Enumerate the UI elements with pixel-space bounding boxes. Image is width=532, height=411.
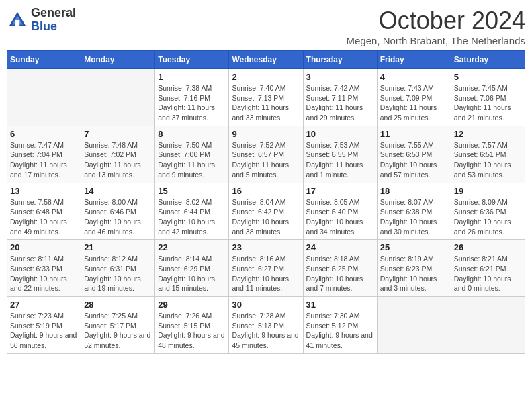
calendar-cell: 15Sunrise: 8:02 AM Sunset: 6:44 PM Dayli… <box>155 183 229 240</box>
day-detail: Sunrise: 8:05 AM Sunset: 6:40 PM Dayligh… <box>306 197 374 237</box>
day-number: 27 <box>10 300 78 310</box>
day-number: 4 <box>380 72 448 82</box>
day-number: 20 <box>10 242 78 253</box>
calendar-cell: 1Sunrise: 7:38 AM Sunset: 7:16 PM Daylig… <box>155 69 229 126</box>
calendar-cell: 29Sunrise: 7:26 AM Sunset: 5:15 PM Dayli… <box>155 297 229 354</box>
day-detail: Sunrise: 8:21 AM Sunset: 6:21 PM Dayligh… <box>454 254 522 293</box>
day-detail: Sunrise: 7:57 AM Sunset: 6:51 PM Dayligh… <box>454 140 522 180</box>
logo-icon <box>7 9 28 31</box>
day-number: 21 <box>84 242 152 253</box>
calendar-cell: 9Sunrise: 7:52 AM Sunset: 6:57 PM Daylig… <box>229 126 303 183</box>
day-detail: Sunrise: 7:58 AM Sunset: 6:48 PM Dayligh… <box>10 197 78 237</box>
calendar-table: SundayMondayTuesdayWednesdayThursdayFrid… <box>7 50 525 354</box>
day-detail: Sunrise: 7:53 AM Sunset: 6:55 PM Dayligh… <box>306 140 374 180</box>
day-detail: Sunrise: 8:11 AM Sunset: 6:33 PM Dayligh… <box>10 254 78 293</box>
day-number: 15 <box>158 186 226 196</box>
calendar-week-row: 6Sunrise: 7:47 AM Sunset: 7:04 PM Daylig… <box>7 126 525 183</box>
day-number: 14 <box>84 186 152 196</box>
day-number: 29 <box>158 300 226 310</box>
calendar-cell: 20Sunrise: 8:11 AM Sunset: 6:33 PM Dayli… <box>7 240 81 297</box>
day-detail: Sunrise: 7:55 AM Sunset: 6:53 PM Dayligh… <box>380 140 448 180</box>
calendar-cell: 3Sunrise: 7:42 AM Sunset: 7:11 PM Daylig… <box>303 69 377 126</box>
column-header-friday: Friday <box>377 51 451 69</box>
day-number: 3 <box>306 72 374 82</box>
calendar-header-row: SundayMondayTuesdayWednesdayThursdayFrid… <box>7 51 525 69</box>
column-header-saturday: Saturday <box>451 51 525 69</box>
calendar-cell: 30Sunrise: 7:28 AM Sunset: 5:13 PM Dayli… <box>229 297 303 354</box>
calendar-cell <box>7 69 81 126</box>
day-detail: Sunrise: 8:07 AM Sunset: 6:38 PM Dayligh… <box>380 197 448 237</box>
calendar-cell <box>81 69 155 126</box>
day-number: 7 <box>84 129 152 139</box>
day-detail: Sunrise: 7:28 AM Sunset: 5:13 PM Dayligh… <box>232 311 300 351</box>
calendar-cell <box>451 297 525 354</box>
svg-rect-2 <box>15 20 19 26</box>
day-number: 13 <box>10 186 78 196</box>
calendar-week-row: 1Sunrise: 7:38 AM Sunset: 7:16 PM Daylig… <box>7 69 525 126</box>
day-number: 24 <box>306 242 374 253</box>
day-detail: Sunrise: 8:04 AM Sunset: 6:42 PM Dayligh… <box>232 197 300 237</box>
location-subtitle: Megen, North Brabant, The Netherlands <box>346 35 525 46</box>
day-number: 8 <box>158 129 226 139</box>
day-number: 5 <box>454 72 522 82</box>
day-number: 31 <box>306 300 374 310</box>
calendar-cell: 5Sunrise: 7:45 AM Sunset: 7:06 PM Daylig… <box>451 69 525 126</box>
calendar-cell: 4Sunrise: 7:43 AM Sunset: 7:09 PM Daylig… <box>377 69 451 126</box>
calendar-cell: 13Sunrise: 7:58 AM Sunset: 6:48 PM Dayli… <box>7 183 81 240</box>
calendar-cell: 22Sunrise: 8:14 AM Sunset: 6:29 PM Dayli… <box>155 240 229 297</box>
logo-text: General Blue <box>31 7 76 34</box>
calendar-cell: 27Sunrise: 7:23 AM Sunset: 5:19 PM Dayli… <box>7 297 81 354</box>
day-number: 26 <box>454 242 522 253</box>
day-detail: Sunrise: 8:14 AM Sunset: 6:29 PM Dayligh… <box>158 254 226 293</box>
calendar-cell: 6Sunrise: 7:47 AM Sunset: 7:04 PM Daylig… <box>7 126 81 183</box>
calendar-cell: 24Sunrise: 8:18 AM Sunset: 6:25 PM Dayli… <box>303 240 377 297</box>
calendar-cell: 10Sunrise: 7:53 AM Sunset: 6:55 PM Dayli… <box>303 126 377 183</box>
calendar-cell: 17Sunrise: 8:05 AM Sunset: 6:40 PM Dayli… <box>303 183 377 240</box>
day-number: 25 <box>380 242 448 253</box>
column-header-thursday: Thursday <box>303 51 377 69</box>
calendar-cell: 31Sunrise: 7:30 AM Sunset: 5:12 PM Dayli… <box>303 297 377 354</box>
day-detail: Sunrise: 8:00 AM Sunset: 6:46 PM Dayligh… <box>84 197 152 237</box>
day-detail: Sunrise: 7:48 AM Sunset: 7:02 PM Dayligh… <box>84 140 152 180</box>
calendar-cell: 26Sunrise: 8:21 AM Sunset: 6:21 PM Dayli… <box>451 240 525 297</box>
day-detail: Sunrise: 7:52 AM Sunset: 6:57 PM Dayligh… <box>232 140 300 180</box>
day-detail: Sunrise: 7:42 AM Sunset: 7:11 PM Dayligh… <box>306 83 374 123</box>
calendar-cell: 7Sunrise: 7:48 AM Sunset: 7:02 PM Daylig… <box>81 126 155 183</box>
day-number: 6 <box>10 129 78 139</box>
month-title: October 2024 <box>346 7 525 35</box>
day-detail: Sunrise: 7:23 AM Sunset: 5:19 PM Dayligh… <box>10 311 78 351</box>
calendar-cell: 21Sunrise: 8:12 AM Sunset: 6:31 PM Dayli… <box>81 240 155 297</box>
day-detail: Sunrise: 7:38 AM Sunset: 7:16 PM Dayligh… <box>158 83 226 123</box>
calendar-cell: 19Sunrise: 8:09 AM Sunset: 6:36 PM Dayli… <box>451 183 525 240</box>
day-number: 12 <box>454 129 522 139</box>
day-number: 22 <box>158 242 226 253</box>
day-detail: Sunrise: 7:26 AM Sunset: 5:15 PM Dayligh… <box>158 311 226 351</box>
calendar-cell: 11Sunrise: 7:55 AM Sunset: 6:53 PM Dayli… <box>377 126 451 183</box>
calendar-cell: 23Sunrise: 8:16 AM Sunset: 6:27 PM Dayli… <box>229 240 303 297</box>
day-detail: Sunrise: 7:43 AM Sunset: 7:09 PM Dayligh… <box>380 83 448 123</box>
calendar-week-row: 20Sunrise: 8:11 AM Sunset: 6:33 PM Dayli… <box>7 240 525 297</box>
day-number: 10 <box>306 129 374 139</box>
day-number: 28 <box>84 300 152 310</box>
day-number: 16 <box>232 186 300 196</box>
day-detail: Sunrise: 7:45 AM Sunset: 7:06 PM Dayligh… <box>454 83 522 123</box>
day-detail: Sunrise: 8:18 AM Sunset: 6:25 PM Dayligh… <box>306 254 374 293</box>
calendar-cell: 18Sunrise: 8:07 AM Sunset: 6:38 PM Dayli… <box>377 183 451 240</box>
column-header-sunday: Sunday <box>7 51 81 69</box>
day-detail: Sunrise: 7:30 AM Sunset: 5:12 PM Dayligh… <box>306 311 374 351</box>
day-detail: Sunrise: 8:12 AM Sunset: 6:31 PM Dayligh… <box>84 254 152 293</box>
calendar-cell: 12Sunrise: 7:57 AM Sunset: 6:51 PM Dayli… <box>451 126 525 183</box>
calendar-cell: 28Sunrise: 7:25 AM Sunset: 5:17 PM Dayli… <box>81 297 155 354</box>
page-header: General Blue October 2024 Megen, North B… <box>7 7 525 46</box>
day-detail: Sunrise: 7:25 AM Sunset: 5:17 PM Dayligh… <box>84 311 152 351</box>
column-header-wednesday: Wednesday <box>229 51 303 69</box>
calendar-cell: 2Sunrise: 7:40 AM Sunset: 7:13 PM Daylig… <box>229 69 303 126</box>
calendar-week-row: 13Sunrise: 7:58 AM Sunset: 6:48 PM Dayli… <box>7 183 525 240</box>
day-detail: Sunrise: 7:50 AM Sunset: 7:00 PM Dayligh… <box>158 140 226 180</box>
day-detail: Sunrise: 8:16 AM Sunset: 6:27 PM Dayligh… <box>232 254 300 293</box>
day-number: 1 <box>158 72 226 82</box>
day-detail: Sunrise: 7:47 AM Sunset: 7:04 PM Dayligh… <box>10 140 78 180</box>
day-detail: Sunrise: 8:19 AM Sunset: 6:23 PM Dayligh… <box>380 254 448 293</box>
calendar-cell: 16Sunrise: 8:04 AM Sunset: 6:42 PM Dayli… <box>229 183 303 240</box>
day-number: 9 <box>232 129 300 139</box>
